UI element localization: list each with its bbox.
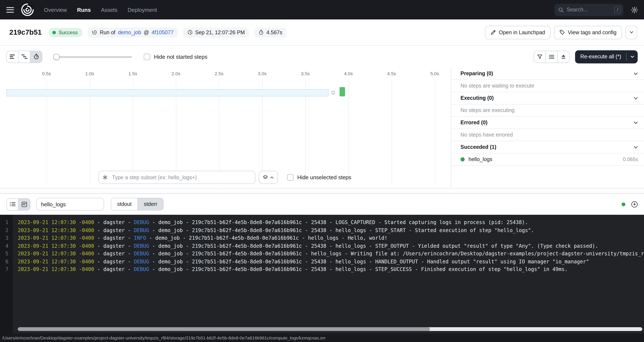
axis-tick-label: 4.0s [344, 71, 353, 76]
view-tags-config-button[interactable]: View tags and config [554, 26, 622, 39]
nav-item-deployment[interactable]: Deployment [128, 6, 157, 13]
step-marker-circle-icon [332, 91, 335, 94]
search-icon [558, 7, 564, 12]
dagster-logo-icon[interactable] [20, 2, 35, 17]
search-placeholder: Search... [566, 7, 612, 13]
log-source: dagster [104, 227, 125, 233]
raw-logs-button[interactable] [18, 198, 30, 210]
gantt-view-mode-group [6, 50, 42, 63]
line-number: 3 [0, 234, 8, 242]
tab-stderr[interactable]: stderr [138, 198, 164, 210]
log-step-filter-input[interactable] [36, 198, 104, 210]
empty-text: No steps are waiting to execute [460, 83, 534, 89]
run-main-area: 0.5s1.0s1.5s2.0s2.5s3.0s3.5s4.0s4.5s5.0s [0, 68, 644, 188]
log-message: demo_job - 219c7b51-b62f-4e5b-8de8-0e7a6… [158, 251, 644, 256]
scrollbar-thumb[interactable] [18, 327, 430, 331]
step-section-header[interactable]: Preparing (0) [451, 68, 644, 80]
menu-button[interactable] [4, 4, 16, 15]
panel-resize-handle[interactable] [0, 188, 644, 194]
log-view-mode-group [6, 198, 30, 210]
log-file-path: /Users/erincochran/Desktop/dagster-examp… [2, 335, 326, 340]
log-level: DEBUG [134, 258, 149, 264]
hide-not-started-checkbox[interactable]: Hide not started steps [144, 54, 208, 60]
checkbox-box-icon[interactable] [287, 174, 294, 180]
collapse-all-button[interactable] [558, 50, 570, 63]
step-waiting-span [6, 89, 328, 96]
log-message: demo_job - 219c7b51-b62f-4e5b-8de8-0e7a6… [158, 243, 598, 249]
run-duration: 4.567s [266, 30, 282, 35]
step-section-header[interactable]: Errored (0) [451, 117, 644, 129]
reexecute-dropdown-button[interactable] [627, 50, 638, 63]
search-input[interactable]: Search... / [554, 4, 623, 16]
run-duration-tag: 4.567s [254, 27, 286, 38]
waterfall-view-button[interactable] [18, 50, 30, 63]
run-header-left: 219c7b51 Success Run of demo_job @ 4f105… [9, 27, 286, 38]
reexecute-all-button[interactable]: Re-execute all (*) [575, 50, 626, 63]
log-toolbar: stdout stderr [0, 194, 644, 215]
step-section-empty: No steps have errored [451, 129, 644, 141]
flat-view-button[interactable] [6, 50, 18, 63]
axis-tick-label: 1.0s [85, 71, 94, 76]
download-logs-button[interactable] [631, 200, 638, 208]
log-message: demo_job - 219c7b51-b62f-4e5b-8de8-0e7a6… [158, 220, 528, 225]
log-line: 22023-09-21 12:07:30 -0400 - dagster - D… [0, 226, 644, 234]
run-status-badge: Success [48, 28, 82, 37]
axis-tick-label: 1.5s [128, 71, 137, 76]
step-status-panel: Preparing (0)No steps are waiting to exe… [451, 68, 644, 188]
step-section-header[interactable]: Succeeded (1) [451, 141, 644, 154]
log-source: dagster [104, 235, 125, 241]
gantt-zoom-slider[interactable] [53, 54, 132, 60]
hamburger-icon [6, 7, 14, 8]
op-selector-icon [102, 174, 108, 180]
nav-item-assets[interactable]: Assets [101, 6, 117, 13]
gantt-chart: 0.5s1.0s1.5s2.0s2.5s3.0s3.5s4.0s4.5s5.0s [0, 68, 451, 188]
status-dot-icon [52, 31, 56, 34]
chevron-down-icon [630, 54, 634, 59]
axis-tick-label: 2.0s [172, 71, 180, 76]
reexecute-split-button[interactable]: Re-execute all (*) [575, 50, 638, 63]
step-row[interactable]: hello_logs0.065s [451, 154, 644, 166]
gantt-toolbar-right: Re-execute all (*) [534, 50, 638, 63]
log-level: DEBUG [134, 251, 149, 256]
settings-gear-button[interactable] [631, 6, 638, 13]
hide-unselected-checkbox[interactable]: Hide unselected steps [287, 174, 352, 180]
run-actions-dropdown-button[interactable] [626, 26, 637, 39]
chevron-up-icon [270, 175, 274, 180]
log-timestamp: 2023-09-21 12:07:30 -0400 [18, 258, 94, 264]
horizontal-scrollbar[interactable] [18, 327, 642, 331]
rows-button[interactable] [546, 50, 558, 63]
slider-knob[interactable] [53, 54, 60, 60]
step-subset-input[interactable] [98, 171, 256, 184]
timed-view-button[interactable] [30, 50, 42, 63]
line-number: 7 [0, 266, 8, 273]
rows-icon [549, 54, 554, 59]
structured-logs-button[interactable] [6, 198, 18, 210]
nav-item-runs[interactable]: Runs [77, 6, 91, 13]
at-separator: @ [144, 30, 149, 35]
filter-funnel-button[interactable] [534, 50, 546, 63]
step-section-header[interactable]: Executing (0) [451, 92, 644, 104]
step-duration: 0.065s [623, 156, 638, 162]
nav-item-overview[interactable]: Overview [44, 6, 67, 13]
empty-text: No steps have errored [460, 132, 513, 138]
funnel-icon [537, 54, 543, 60]
log-level: INFO [134, 235, 146, 241]
nav-right: Search... / [554, 4, 638, 16]
step-section-empty: No steps are executing [451, 104, 644, 117]
primary-nav: OverviewRunsAssetsDeployment [44, 6, 157, 13]
job-link[interactable]: demo_job [118, 30, 141, 35]
waterfall-view-icon [21, 54, 27, 59]
search-shortcut-key: / [614, 6, 621, 13]
checkbox-box-icon[interactable] [144, 54, 150, 60]
snapshot-link[interactable]: 4f105077 [152, 30, 174, 35]
run-status-text: Success [58, 30, 78, 35]
tab-stdout[interactable]: stdout [111, 198, 138, 210]
step-query-options-button[interactable] [259, 171, 278, 184]
open-in-launchpad-button[interactable]: Open in Launchpad [485, 26, 550, 39]
history-icon [92, 30, 97, 35]
step-success-bar[interactable] [340, 87, 345, 96]
raw-log-view: 12023-09-21 12:07:30 -0400 - dagster - D… [0, 215, 644, 334]
tag-icon [560, 30, 565, 35]
log-level: DEBUG [134, 266, 149, 272]
axis-tick-label: 3.5s [301, 71, 310, 76]
